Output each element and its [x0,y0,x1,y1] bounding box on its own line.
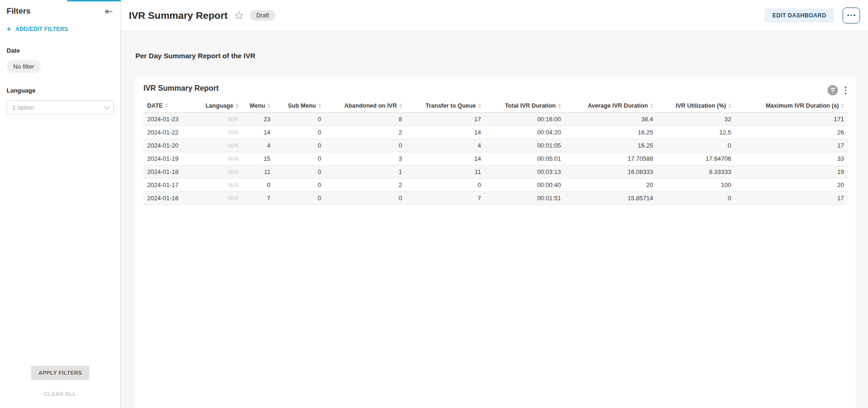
sort-icon[interactable] [236,103,238,108]
column-header-label: Average IVR Duration [588,102,648,109]
table-cell: N/A [201,126,242,139]
column-header[interactable]: Abandoned on IVR [325,102,406,113]
date-filter-chip[interactable]: No filter [7,60,41,73]
column-header-label: Language [205,102,233,109]
clear-all-button[interactable]: CLEAR ALL [44,391,76,397]
table-cell: 0 [325,191,406,204]
table-cell: 14 [406,152,485,165]
table-row: 2024-01-18N/A11011100:03:1316.083338.333… [143,165,848,178]
collapse-sidebar-icon[interactable]: ⇤ [105,7,113,16]
table-cell: 17.64706 [657,152,735,165]
table-cell: 0 [274,165,325,178]
table-cell: 7 [406,191,485,204]
sort-icon[interactable] [558,103,561,108]
table-cell: 0 [657,191,735,204]
more-options-button[interactable] [843,8,860,24]
active-tab-indicator [67,0,121,1]
table-row: 2024-01-16N/A700700:01:5115.85714017 [143,191,848,204]
table-cell: 4 [242,139,274,152]
table-cell: 7 [242,191,274,204]
table-cell: N/A [201,139,242,152]
table-row: 2024-01-19N/A15031400:05:0117.7058817.64… [143,152,848,165]
apply-filters-button[interactable]: APPLY FILTERS [31,366,89,380]
table-cell: 17 [406,112,485,126]
add-edit-filters-button[interactable]: + ADD/EDIT FILTERS [7,25,114,33]
sort-icon[interactable] [841,103,844,108]
table-cell: 171 [735,112,848,126]
chart-menu-icon[interactable] [844,85,848,96]
column-header[interactable]: Average IVR Duration [565,102,657,113]
table-cell: 17 [735,191,848,204]
column-header[interactable]: IVR Utilization (%) [657,102,735,113]
language-select-value: 1 option [12,104,34,111]
table-row: 2024-01-17N/A002000:00:402010020 [143,178,848,191]
dashboard-content: Per Day Summary Report of the IVR IVR Su… [121,31,868,408]
sort-icon[interactable] [399,103,402,108]
filter-group-date: Date No filter [7,47,114,73]
table-cell: 2024-01-16 [143,191,201,204]
table-cell: 2024-01-18 [143,165,201,178]
column-header-label: Transfer to Queue [426,102,476,109]
table-body: 2024-01-23N/A23081700:16:0038.4321712024… [143,112,848,204]
table-cell: 2024-01-23 [143,112,201,126]
table-cell: 32 [657,112,735,126]
table-row: 2024-01-23N/A23081700:16:0038.432171 [143,112,848,126]
column-header[interactable]: Menu [242,102,274,113]
table-cell: N/A [201,178,242,191]
column-header-label: Sub Menu [288,102,316,109]
column-header[interactable]: Sub Menu [274,102,325,113]
table-cell: 00:04:20 [485,126,565,139]
filters-sidebar: Filters ⇤ + ADD/EDIT FILTERS Date No fil… [0,0,121,408]
ivr-summary-table: DATELanguageMenuSub MenuAbandoned on IVR… [143,102,848,205]
sort-icon[interactable] [478,103,481,108]
table-cell: 8 [325,112,406,126]
table-cell: 0 [325,139,406,152]
language-select[interactable]: 1 option [7,100,114,114]
table-cell: 0 [274,139,325,152]
table-cell: 00:05:01 [485,152,565,165]
table-cell: 3 [325,152,406,165]
table-cell: 100 [657,178,735,191]
filter-label-language: Language [7,87,114,94]
column-header[interactable]: Total IVR Duration [485,102,565,113]
table-cell: 12.5 [657,126,735,139]
table-cell: N/A [201,152,242,165]
column-header[interactable]: DATE [143,102,201,113]
table-cell: 0 [274,112,325,126]
sort-icon[interactable] [650,103,653,108]
table-cell: 00:01:51 [485,191,565,204]
chevron-down-icon [104,103,110,110]
column-header-label: IVR Utilization (%) [676,102,726,109]
column-header-label: Abandoned on IVR [344,102,397,109]
sort-icon[interactable] [268,103,270,108]
column-header[interactable]: Maximum IVR Duration (s) [735,102,848,113]
table-cell: 17.70588 [565,152,657,165]
table-cell: 33 [735,152,848,165]
table-cell: 00:01:05 [485,139,565,152]
favorite-star-icon[interactable] [235,11,244,20]
table-cell: 15.85714 [565,191,657,204]
dashboard-title: IVR Summary Report [129,10,228,21]
column-header[interactable]: Language [201,102,242,113]
plus-icon: + [7,25,11,33]
table-cell: N/A [201,112,242,126]
table-cell: 26 [735,126,848,139]
sort-icon[interactable] [318,103,321,108]
table-cell: 16.25 [565,126,657,139]
table-cell: 0 [657,139,735,152]
applied-filters-icon[interactable] [828,85,838,95]
edit-dashboard-button[interactable]: EDIT DASHBOARD [765,8,834,23]
sort-icon[interactable] [165,103,168,108]
table-cell: 23 [242,112,274,126]
table-cell: 16.25 [565,139,657,152]
more-options-icon [847,15,849,16]
sort-icon[interactable] [728,103,731,108]
filters-title: Filters [7,7,31,16]
table-cell: 2024-01-20 [143,139,201,152]
table-cell: 2024-01-17 [143,178,201,191]
table-cell: 38.4 [565,112,657,126]
table-cell: 00:03:13 [485,165,565,178]
table-cell: 1 [325,165,406,178]
column-header-label: DATE [147,102,163,109]
column-header[interactable]: Transfer to Queue [406,102,485,113]
